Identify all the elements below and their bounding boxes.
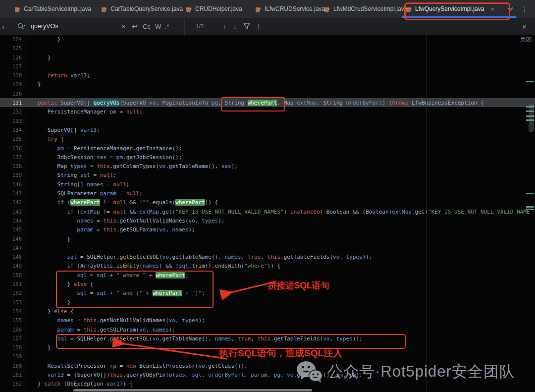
line-number: 155	[0, 316, 22, 325]
tab-lfwqueryserviceimpl-java[interactable]: LfwQueryServiceImpl.java×	[405, 0, 516, 18]
line-number: 162	[0, 379, 22, 388]
filter-icon[interactable]	[243, 18, 250, 35]
line-number: 140	[0, 180, 22, 189]
tab-label: CarTableQueryService.java	[110, 5, 183, 12]
line-number: 152	[0, 288, 22, 297]
horizontal-scrollbar-thumb[interactable]	[73, 389, 312, 392]
line-number: 137	[0, 153, 22, 162]
tab-overflow-chevron-icon[interactable]	[507, 7, 513, 11]
tab-label: CarTableServiceImpl.java	[24, 5, 91, 12]
line-number: 144	[0, 216, 22, 225]
code-line: 124 }	[0, 35, 535, 44]
line-number: 131	[0, 98, 22, 107]
line-number: 153	[0, 298, 22, 307]
code-line: 151 } else {	[0, 280, 535, 288]
code-line: 141 SQLParameter param = null;	[0, 189, 535, 198]
code-line: 136 pm = PersistenceManager.getInstance(…	[0, 144, 535, 153]
vertical-scrollbar-thumb[interactable]	[529, 104, 534, 132]
right-margin-guide	[427, 35, 427, 392]
tab-ilfwcrudservice-java[interactable]: ILfwCRUDService.java	[255, 0, 325, 18]
code-line: 127	[0, 62, 535, 71]
search-icon[interactable]	[17, 18, 26, 35]
line-number: 148	[0, 252, 22, 261]
code-editor[interactable]: 124 }125126 }127128 return var17;129 }13…	[0, 35, 535, 392]
code-line: 145 param = this.getSQLParam(vo, names);	[0, 225, 535, 234]
line-number: 138	[0, 162, 22, 170]
line-number: 132	[0, 107, 22, 116]
tab-crudhelper-java[interactable]: CRUDHelper.java	[185, 0, 242, 18]
code-line: 126 }	[0, 53, 535, 62]
scrollbar-match-marker[interactable]	[526, 193, 534, 194]
tab-label: LfwMdCrudServiceImpl.java	[333, 5, 407, 12]
line-number: 125	[0, 44, 22, 53]
scrollbar-match-marker[interactable]	[526, 206, 534, 208]
code-line: 147	[0, 243, 535, 252]
code-line: 133	[0, 116, 535, 125]
tab-bar: CarTableServiceImpl.javaCarTableQuerySer…	[0, 0, 535, 18]
search-bar-divider	[184, 18, 185, 35]
code-line: 130	[0, 89, 535, 98]
search-close-icon[interactable]: ×	[522, 18, 527, 35]
code-line: 158 }	[0, 343, 535, 352]
tab-label: ILfwCRUDService.java	[265, 5, 325, 12]
regex-toggle[interactable]: .*	[165, 18, 169, 35]
code-line: 144 names = this.getNotNullValidNames(vo…	[0, 216, 535, 225]
tab-cartablequeryservice-java[interactable]: CarTableQueryService.java	[101, 0, 183, 18]
line-number: 139	[0, 170, 22, 179]
line-number: 149	[0, 261, 22, 270]
search-bar: › queryVOs × ↩ Cc W .* 1/7 ↑ ↓ ⋮ ×	[0, 18, 535, 35]
tab-close-icon[interactable]: ×	[490, 5, 494, 13]
line-number: 136	[0, 144, 22, 153]
code-line: 138 Map types = this.getColmnTypes(vo.ge…	[0, 162, 535, 170]
code-line: 159	[0, 352, 535, 361]
expand-replace-chevron-icon[interactable]: ›	[2, 18, 4, 35]
line-number: 133	[0, 116, 22, 125]
ide-window: CarTableServiceImpl.javaCarTableQuerySer…	[0, 0, 535, 392]
tab-label: CRUDHelper.java	[195, 5, 242, 12]
java-file-icon	[405, 6, 412, 12]
code-line: 148 sql = SQLHelper.getSelectSQL(vo.getT…	[0, 252, 535, 261]
line-number: 146	[0, 234, 22, 243]
code-line: 154 } else {	[0, 307, 535, 316]
words-toggle[interactable]: W	[155, 18, 161, 35]
code-line: 155 names = this.getNotNullValidNames(vo…	[0, 316, 535, 325]
line-number: 161	[0, 370, 22, 379]
code-line: 143 if (extMap != null && extMap.get("KE…	[0, 207, 535, 216]
newline-icon[interactable]: ↩	[132, 18, 138, 35]
code-line: 157 sql = SQLHelper.getSelectSQL(vo.getT…	[0, 334, 535, 343]
java-file-icon	[255, 6, 262, 12]
code-line: 135 try {	[0, 134, 535, 143]
scrollbar-match-marker[interactable]	[526, 209, 534, 210]
line-number: 143	[0, 207, 22, 216]
code-line: 132 PersistenceManager pm = null;	[0, 107, 535, 116]
tab-cartableserviceimpl-java[interactable]: CarTableServiceImpl.java	[14, 0, 91, 18]
java-file-icon	[185, 6, 192, 12]
code-line: 146 }	[0, 234, 535, 243]
search-more-icon[interactable]: ⋮	[255, 18, 262, 35]
clear-search-icon[interactable]: ×	[121, 18, 125, 35]
code-line: 150 sql = sql + " where " + wherePart;	[0, 271, 535, 280]
scrollbar-match-marker[interactable]	[526, 81, 534, 82]
prev-match-button[interactable]: ↑	[223, 18, 226, 35]
line-number: 142	[0, 198, 22, 207]
tab-lfwmdcrudserviceimpl-java[interactable]: LfwMdCrudServiceImpl.java	[323, 0, 407, 18]
java-file-icon	[323, 6, 330, 12]
match-counter: 1/7	[196, 18, 204, 35]
next-match-button[interactable]: ↓	[233, 18, 237, 35]
search-input[interactable]: queryVOs	[31, 18, 58, 35]
java-file-icon	[14, 6, 21, 12]
line-number: 156	[0, 325, 22, 334]
line-number: 124	[0, 35, 22, 44]
gutter-separator	[26, 35, 26, 392]
line-number: 127	[0, 62, 22, 71]
tab-label: LfwQueryServiceImpl.java	[415, 5, 484, 12]
code-line: 129 }	[0, 80, 535, 89]
tab-more-icon[interactable]: ⋮	[521, 5, 528, 13]
line-number: 159	[0, 352, 22, 361]
match-case-toggle[interactable]: Cc	[143, 18, 151, 35]
code-line: 134 SuperVO[] var13;	[0, 125, 535, 134]
close-label[interactable]: 关闭	[520, 36, 532, 44]
code-line: 162 } catch (DbException var17) {	[0, 379, 535, 388]
code-line: 140 String[] names = null;	[0, 180, 535, 189]
code-line: 142 if (wherePart != null && !"".equals(…	[0, 198, 535, 207]
